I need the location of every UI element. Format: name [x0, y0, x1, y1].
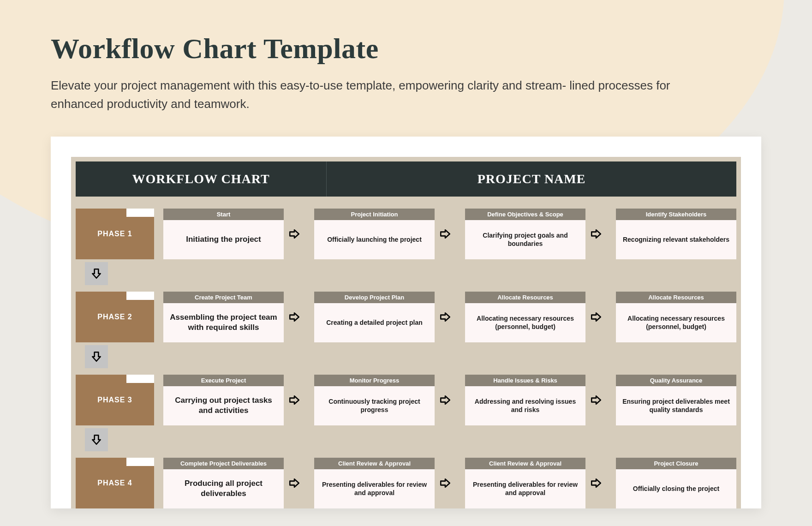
- phase-label-col: PHASE 3: [76, 375, 154, 425]
- step-card: Project InitiationOfficially launching t…: [314, 209, 435, 259]
- step-title: Monitor Progress: [314, 375, 435, 386]
- step-body: Addressing and resolving issues and risk…: [465, 386, 585, 425]
- step-card: Monitor ProgressContinuously tracking pr…: [314, 375, 435, 425]
- step-body: Allocating necessary resources (personne…: [616, 303, 736, 342]
- step-title: Allocate Resources: [465, 292, 585, 303]
- arrow-down-icon: [85, 428, 108, 451]
- step-body: Recognizing relevant stakeholders: [616, 220, 736, 259]
- step-card: Define Objectives & ScopeClarifying proj…: [465, 209, 585, 259]
- step-body: Clarifying project goals and boundaries: [465, 220, 585, 259]
- spacer: [456, 458, 465, 508]
- arrow-right-icon: [585, 292, 607, 342]
- step-body: Initiating the project: [163, 220, 284, 259]
- spacer: [154, 458, 163, 508]
- spacer: [154, 292, 163, 342]
- arrow-right-icon: [435, 375, 456, 425]
- spacer: [607, 375, 616, 425]
- header-left: WORKFLOW CHART: [76, 161, 327, 197]
- spacer: [456, 375, 465, 425]
- step-title: Quality Assurance: [616, 375, 736, 386]
- phase-label: PHASE 4: [76, 458, 154, 508]
- arrow-down-icon: [85, 262, 108, 285]
- step-title: Project Closure: [616, 458, 736, 469]
- arrow-right-icon: [585, 458, 607, 508]
- phase-label-notch: [126, 209, 154, 217]
- spacer: [154, 209, 163, 259]
- spacer: [154, 375, 163, 425]
- workflow-board: WORKFLOW CHART PROJECT NAME PHASE 1Start…: [71, 157, 741, 508]
- phase-row: PHASE 3Execute ProjectCarrying out proje…: [76, 375, 736, 425]
- step-body: Allocating necessary resources (personne…: [465, 303, 585, 342]
- step-card: Allocate ResourcesAllocating necessary r…: [465, 292, 585, 342]
- arrow-right-icon: [435, 292, 456, 342]
- step-title: Identify Stakeholders: [616, 209, 736, 220]
- phase-cards: StartInitiating the projectProject Initi…: [154, 209, 736, 259]
- step-title: Client Review & Approval: [465, 458, 585, 469]
- phase-cards: Complete Project DeliverablesProducing a…: [154, 458, 736, 508]
- spacer: [305, 458, 314, 508]
- phase-label-col: PHASE 1: [76, 209, 154, 259]
- phase-label-notch: [126, 375, 154, 383]
- step-body: Continuously tracking project progress: [314, 386, 435, 425]
- phase-label-notch: [126, 292, 154, 300]
- page: Workflow Chart Template Elevate your pro…: [0, 0, 812, 508]
- step-title: Complete Project Deliverables: [163, 458, 284, 469]
- phase-label: PHASE 3: [76, 375, 154, 425]
- down-connector: [76, 262, 736, 289]
- step-title: Allocate Resources: [616, 292, 736, 303]
- step-body: Ensuring project deliverables meet quali…: [616, 386, 736, 425]
- step-card: Create Project TeamAssembling the projec…: [163, 292, 284, 342]
- step-body: Officially closing the project: [616, 469, 736, 508]
- step-body: Producing all project deliverables: [163, 469, 284, 508]
- step-card: Project ClosureOfficially closing the pr…: [616, 458, 736, 508]
- phase-row: PHASE 2Create Project TeamAssembling the…: [76, 292, 736, 342]
- step-title: Execute Project: [163, 375, 284, 386]
- phase-row: PHASE 4Complete Project DeliverablesProd…: [76, 458, 736, 508]
- step-body: Carrying out project tasks and activitie…: [163, 386, 284, 425]
- phase-row: PHASE 1StartInitiating the projectProjec…: [76, 209, 736, 259]
- step-title: Create Project Team: [163, 292, 284, 303]
- step-card: Complete Project DeliverablesProducing a…: [163, 458, 284, 508]
- phase-label-notch: [126, 458, 154, 466]
- phase-cards: Create Project TeamAssembling the projec…: [154, 292, 736, 342]
- phase-label-col: PHASE 2: [76, 292, 154, 342]
- header-right: PROJECT NAME: [327, 161, 736, 197]
- spacer: [305, 292, 314, 342]
- down-connector: [76, 428, 736, 455]
- spacer: [607, 209, 616, 259]
- spacer: [305, 375, 314, 425]
- step-body: Creating a detailed project plan: [314, 303, 435, 342]
- step-title: Start: [163, 209, 284, 220]
- board-header: WORKFLOW CHART PROJECT NAME: [76, 161, 736, 197]
- spacer: [607, 292, 616, 342]
- arrow-right-icon: [284, 375, 305, 425]
- step-card: Identify StakeholdersRecognizing relevan…: [616, 209, 736, 259]
- step-body: Officially launching the project: [314, 220, 435, 259]
- step-body: Presenting deliverables for review and a…: [465, 469, 585, 508]
- spacer: [456, 209, 465, 259]
- down-connector: [76, 345, 736, 372]
- phase-label: PHASE 1: [76, 209, 154, 259]
- step-body: Presenting deliverables for review and a…: [314, 469, 435, 508]
- arrow-right-icon: [284, 458, 305, 508]
- arrow-right-icon: [435, 209, 456, 259]
- page-title: Workflow Chart Template: [51, 0, 761, 65]
- page-subtitle: Elevate your project management with thi…: [51, 76, 697, 114]
- step-card: Allocate ResourcesAllocating necessary r…: [616, 292, 736, 342]
- step-title: Project Initiation: [314, 209, 435, 220]
- spacer: [607, 458, 616, 508]
- step-card: Client Review & ApprovalPresenting deliv…: [314, 458, 435, 508]
- step-card: Develop Project PlanCreating a detailed …: [314, 292, 435, 342]
- step-card: StartInitiating the project: [163, 209, 284, 259]
- step-card: Execute ProjectCarrying out project task…: [163, 375, 284, 425]
- step-title: Handle Issues & Risks: [465, 375, 585, 386]
- arrow-right-icon: [435, 458, 456, 508]
- phase-label: PHASE 2: [76, 292, 154, 342]
- document-paper: WORKFLOW CHART PROJECT NAME PHASE 1Start…: [51, 137, 761, 508]
- arrow-right-icon: [585, 209, 607, 259]
- step-body: Assembling the project team with require…: [163, 303, 284, 342]
- arrow-right-icon: [284, 292, 305, 342]
- step-card: Handle Issues & RisksAddressing and reso…: [465, 375, 585, 425]
- arrow-down-icon: [85, 345, 108, 368]
- step-card: Quality AssuranceEnsuring project delive…: [616, 375, 736, 425]
